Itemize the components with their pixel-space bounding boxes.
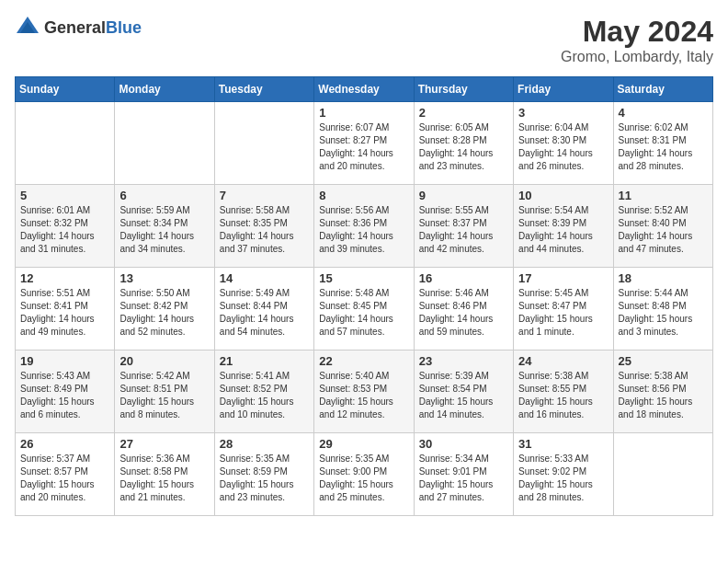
calendar-cell: 18Sunrise: 5:44 AM Sunset: 8:48 PM Dayli…: [613, 268, 712, 350]
calendar-cell: 9Sunrise: 5:55 AM Sunset: 8:37 PM Daylig…: [414, 185, 513, 268]
calendar-cell: [214, 102, 313, 185]
calendar-cell: 27Sunrise: 5:36 AM Sunset: 8:58 PM Dayli…: [115, 433, 214, 516]
calendar-cell: 29Sunrise: 5:35 AM Sunset: 9:00 PM Dayli…: [314, 433, 414, 516]
day-number: 3: [518, 106, 608, 120]
weekday-header-tuesday: Tuesday: [214, 77, 313, 102]
day-number: 2: [419, 106, 508, 120]
day-number: 19: [20, 354, 109, 368]
weekday-header-thursday: Thursday: [414, 77, 513, 102]
calendar-cell: 4Sunrise: 6:02 AM Sunset: 8:31 PM Daylig…: [613, 102, 712, 185]
day-info: Sunrise: 5:58 AM Sunset: 8:35 PM Dayligh…: [220, 204, 309, 256]
day-number: 11: [619, 189, 708, 202]
logo-blue: Blue: [106, 18, 142, 37]
day-info: Sunrise: 5:54 AM Sunset: 8:39 PM Dayligh…: [518, 204, 608, 256]
day-info: Sunrise: 5:50 AM Sunset: 8:42 PM Dayligh…: [119, 287, 209, 339]
calendar-cell: 8Sunrise: 5:56 AM Sunset: 8:36 PM Daylig…: [314, 185, 414, 268]
day-number: 28: [220, 437, 309, 451]
day-info: Sunrise: 5:43 AM Sunset: 8:49 PM Dayligh…: [20, 370, 109, 421]
calendar-cell: 5Sunrise: 6:01 AM Sunset: 8:32 PM Daylig…: [16, 185, 115, 268]
week-row-1: 5Sunrise: 6:01 AM Sunset: 8:32 PM Daylig…: [16, 185, 713, 268]
day-info: Sunrise: 5:41 AM Sunset: 8:52 PM Dayligh…: [220, 370, 309, 421]
day-number: 13: [119, 271, 209, 285]
calendar-cell: 19Sunrise: 5:43 AM Sunset: 8:49 PM Dayli…: [16, 350, 115, 433]
calendar-cell: 10Sunrise: 5:54 AM Sunset: 8:39 PM Dayli…: [514, 185, 613, 268]
weekday-header-sunday: Sunday: [16, 77, 115, 102]
weekday-header-monday: Monday: [115, 77, 214, 102]
calendar-cell: 6Sunrise: 5:59 AM Sunset: 8:34 PM Daylig…: [115, 185, 214, 268]
weekday-header-friday: Friday: [514, 77, 613, 102]
weekday-header-saturday: Saturday: [613, 77, 712, 102]
calendar-cell: 22Sunrise: 5:40 AM Sunset: 8:53 PM Dayli…: [314, 350, 414, 433]
day-number: 29: [319, 437, 408, 451]
logo-general: General: [44, 18, 106, 37]
day-number: 7: [220, 189, 309, 202]
calendar-cell: 3Sunrise: 6:04 AM Sunset: 8:30 PM Daylig…: [514, 102, 613, 185]
calendar-cell: 1Sunrise: 6:07 AM Sunset: 8:27 PM Daylig…: [314, 102, 414, 185]
calendar-cell: 20Sunrise: 5:42 AM Sunset: 8:51 PM Dayli…: [115, 350, 214, 433]
day-info: Sunrise: 6:01 AM Sunset: 8:32 PM Dayligh…: [20, 204, 109, 256]
calendar-cell: 26Sunrise: 5:37 AM Sunset: 8:57 PM Dayli…: [16, 433, 115, 516]
calendar-cell: 31Sunrise: 5:33 AM Sunset: 9:02 PM Dayli…: [514, 433, 613, 516]
weekday-header-wednesday: Wednesday: [314, 77, 414, 102]
day-number: 4: [619, 106, 708, 120]
day-number: 15: [319, 271, 408, 285]
day-info: Sunrise: 5:48 AM Sunset: 8:45 PM Dayligh…: [319, 287, 408, 339]
day-info: Sunrise: 5:38 AM Sunset: 8:55 PM Dayligh…: [518, 370, 608, 421]
calendar-cell: 12Sunrise: 5:51 AM Sunset: 8:41 PM Dayli…: [16, 268, 115, 350]
calendar-table: SundayMondayTuesdayWednesdayThursdayFrid…: [15, 76, 713, 516]
weekday-header-row: SundayMondayTuesdayWednesdayThursdayFrid…: [16, 77, 713, 102]
week-row-3: 19Sunrise: 5:43 AM Sunset: 8:49 PM Dayli…: [16, 350, 713, 433]
calendar-cell: 11Sunrise: 5:52 AM Sunset: 8:40 PM Dayli…: [613, 185, 712, 268]
week-row-0: 1Sunrise: 6:07 AM Sunset: 8:27 PM Daylig…: [16, 102, 713, 185]
day-info: Sunrise: 6:04 AM Sunset: 8:30 PM Dayligh…: [518, 121, 608, 173]
calendar-cell: 28Sunrise: 5:35 AM Sunset: 8:59 PM Dayli…: [214, 433, 313, 516]
day-info: Sunrise: 5:59 AM Sunset: 8:34 PM Dayligh…: [119, 204, 209, 256]
logo-icon: [15, 15, 40, 40]
day-info: Sunrise: 5:52 AM Sunset: 8:40 PM Dayligh…: [619, 204, 708, 256]
day-info: Sunrise: 5:37 AM Sunset: 8:57 PM Dayligh…: [20, 453, 109, 504]
calendar-cell: [115, 102, 214, 185]
day-info: Sunrise: 5:55 AM Sunset: 8:37 PM Dayligh…: [419, 204, 508, 256]
day-number: 14: [220, 271, 309, 285]
day-number: 8: [319, 189, 408, 202]
calendar-cell: 15Sunrise: 5:48 AM Sunset: 8:45 PM Dayli…: [314, 268, 414, 350]
day-info: Sunrise: 5:42 AM Sunset: 8:51 PM Dayligh…: [119, 370, 209, 421]
logo: GeneralBlue: [15, 15, 142, 40]
day-number: 24: [518, 354, 608, 368]
day-info: Sunrise: 5:35 AM Sunset: 9:00 PM Dayligh…: [319, 453, 408, 504]
day-info: Sunrise: 5:36 AM Sunset: 8:58 PM Dayligh…: [119, 453, 209, 504]
day-info: Sunrise: 6:05 AM Sunset: 8:28 PM Dayligh…: [419, 121, 508, 173]
day-info: Sunrise: 5:40 AM Sunset: 8:53 PM Dayligh…: [319, 370, 408, 421]
day-info: Sunrise: 5:46 AM Sunset: 8:46 PM Dayligh…: [419, 287, 508, 339]
calendar-cell: 30Sunrise: 5:34 AM Sunset: 9:01 PM Dayli…: [414, 433, 513, 516]
week-row-2: 12Sunrise: 5:51 AM Sunset: 8:41 PM Dayli…: [16, 268, 713, 350]
day-info: Sunrise: 5:39 AM Sunset: 8:54 PM Dayligh…: [419, 370, 508, 421]
day-info: Sunrise: 5:44 AM Sunset: 8:48 PM Dayligh…: [619, 287, 708, 339]
day-info: Sunrise: 5:33 AM Sunset: 9:02 PM Dayligh…: [518, 453, 608, 504]
day-number: 6: [119, 189, 209, 202]
day-number: 16: [419, 271, 508, 285]
day-number: 12: [20, 271, 109, 285]
calendar-cell: 16Sunrise: 5:46 AM Sunset: 8:46 PM Dayli…: [414, 268, 513, 350]
logo-text: GeneralBlue: [44, 18, 142, 38]
day-number: 1: [319, 106, 408, 120]
location-title: Gromo, Lombardy, Italy: [561, 49, 713, 65]
day-number: 5: [20, 189, 109, 202]
calendar-cell: 23Sunrise: 5:39 AM Sunset: 8:54 PM Dayli…: [414, 350, 513, 433]
day-info: Sunrise: 5:45 AM Sunset: 8:47 PM Dayligh…: [518, 287, 608, 339]
calendar-cell: 13Sunrise: 5:50 AM Sunset: 8:42 PM Dayli…: [115, 268, 214, 350]
calendar-cell: [613, 433, 712, 516]
calendar-cell: 21Sunrise: 5:41 AM Sunset: 8:52 PM Dayli…: [214, 350, 313, 433]
day-number: 25: [619, 354, 708, 368]
day-number: 18: [619, 271, 708, 285]
day-number: 31: [518, 437, 608, 451]
calendar-cell: [16, 102, 115, 185]
day-info: Sunrise: 5:56 AM Sunset: 8:36 PM Dayligh…: [319, 204, 408, 256]
day-info: Sunrise: 6:07 AM Sunset: 8:27 PM Dayligh…: [319, 121, 408, 173]
day-number: 23: [419, 354, 508, 368]
day-info: Sunrise: 5:34 AM Sunset: 9:01 PM Dayligh…: [419, 453, 508, 504]
calendar-cell: 2Sunrise: 6:05 AM Sunset: 8:28 PM Daylig…: [414, 102, 513, 185]
calendar-cell: 17Sunrise: 5:45 AM Sunset: 8:47 PM Dayli…: [514, 268, 613, 350]
day-number: 22: [319, 354, 408, 368]
day-info: Sunrise: 5:49 AM Sunset: 8:44 PM Dayligh…: [220, 287, 309, 339]
